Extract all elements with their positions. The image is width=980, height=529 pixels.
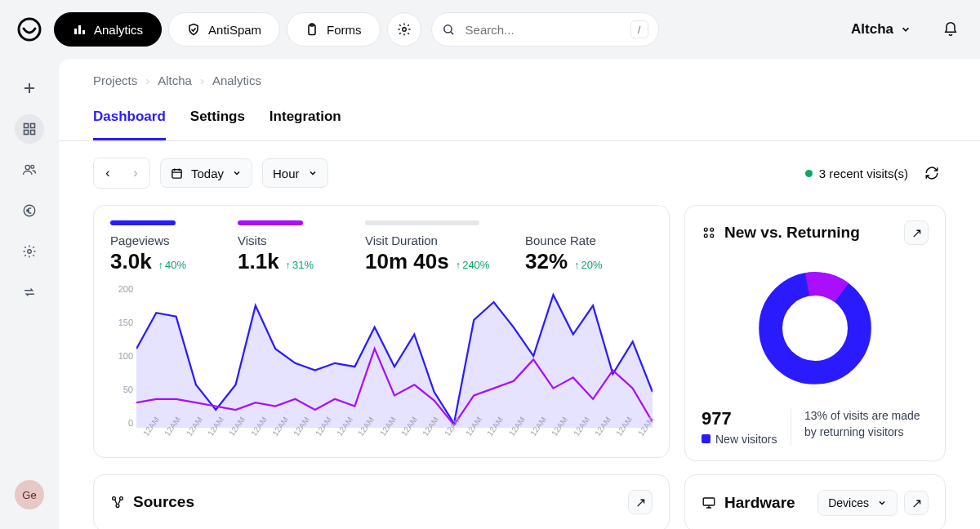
monitor-icon bbox=[702, 496, 716, 510]
arrow-up-icon: ↑ bbox=[158, 259, 164, 271]
chevron-left-icon: ‹ bbox=[105, 166, 109, 180]
metric-label: Pageviews bbox=[110, 233, 208, 247]
legend-dot-new bbox=[702, 434, 710, 443]
select-value: Hour bbox=[273, 167, 300, 180]
tab-integration[interactable]: Integration bbox=[270, 97, 341, 140]
svg-rect-2 bbox=[78, 25, 81, 34]
search-shortcut: / bbox=[630, 20, 648, 38]
swatch-bounce bbox=[525, 220, 590, 225]
workspace-selector[interactable]: Altcha bbox=[851, 21, 911, 38]
gear-icon bbox=[22, 244, 37, 259]
search-input[interactable] bbox=[464, 22, 622, 38]
svg-point-25 bbox=[116, 505, 119, 508]
nav-forms[interactable]: Forms bbox=[287, 12, 381, 47]
tab-settings[interactable]: Settings bbox=[190, 97, 245, 140]
metric-label: Visit Duration bbox=[365, 233, 496, 247]
search-box[interactable]: / bbox=[431, 12, 659, 47]
calendar-icon bbox=[171, 167, 183, 180]
svg-point-6 bbox=[402, 28, 406, 32]
expand-icon: ↗ bbox=[635, 495, 646, 510]
next-range-button: › bbox=[122, 158, 149, 188]
nav-label: Analytics bbox=[94, 23, 143, 37]
chevron-down-icon bbox=[877, 498, 887, 508]
nav-analytics[interactable]: Analytics bbox=[54, 12, 162, 47]
chevron-right-icon: › bbox=[133, 166, 137, 180]
nav-antispam[interactable]: AntiSpam bbox=[168, 12, 280, 47]
svg-point-13 bbox=[31, 165, 34, 168]
svg-point-15 bbox=[28, 250, 32, 254]
svg-point-20 bbox=[710, 234, 714, 238]
breadcrumb-item[interactable]: Analytics bbox=[212, 73, 261, 87]
rail-new[interactable] bbox=[15, 73, 44, 103]
expand-button[interactable]: ↗ bbox=[628, 490, 653, 514]
expand-icon: ↗ bbox=[911, 225, 922, 241]
metric-label: Visits bbox=[238, 233, 336, 247]
refresh-button[interactable] bbox=[918, 159, 946, 187]
refresh-icon bbox=[924, 166, 939, 180]
swatch-visits bbox=[238, 220, 303, 225]
metrics-card: Pageviews 3.0k ↑40% Visits 1.1k ↑31% Vis… bbox=[93, 205, 670, 458]
metric-value: 32% bbox=[525, 249, 568, 274]
rail-billing[interactable] bbox=[15, 196, 44, 225]
svg-rect-26 bbox=[703, 498, 715, 505]
breadcrumb-item[interactable]: Projects bbox=[93, 73, 137, 87]
card-title: New vs. Returning bbox=[724, 224, 860, 242]
svg-point-12 bbox=[25, 165, 29, 169]
swatch-duration bbox=[365, 220, 479, 225]
brand-logo[interactable] bbox=[15, 15, 44, 44]
rail-dashboard[interactable] bbox=[15, 114, 44, 144]
workspace-name: Altcha bbox=[851, 21, 893, 38]
new-vs-returning-card: New vs. Returning ↗ 977 New visitors 13%… bbox=[684, 205, 946, 461]
arrow-up-icon: ↑ bbox=[574, 259, 580, 271]
svg-rect-11 bbox=[31, 131, 35, 135]
plus-icon bbox=[23, 82, 36, 95]
breadcrumb-item[interactable]: Altcha bbox=[158, 73, 192, 87]
metric-label: Bounce Rate bbox=[525, 233, 623, 247]
metric-delta: ↑31% bbox=[286, 259, 314, 271]
bell-icon bbox=[942, 21, 959, 38]
nav-label: Forms bbox=[327, 23, 362, 37]
notifications-button[interactable] bbox=[936, 15, 965, 44]
rail-transfer[interactable] bbox=[15, 278, 44, 307]
metric-delta: ↑40% bbox=[158, 259, 187, 271]
shield-icon bbox=[187, 23, 200, 36]
new-visitors-count: 977 bbox=[702, 408, 777, 429]
prev-range-button[interactable]: ‹ bbox=[94, 158, 122, 188]
chevron-right-icon: › bbox=[200, 73, 204, 87]
hardware-filter-select[interactable]: Devices bbox=[817, 490, 898, 516]
card-title: Sources bbox=[133, 493, 194, 511]
nav-settings-button[interactable] bbox=[387, 12, 421, 47]
metric-delta: ↑240% bbox=[456, 259, 490, 271]
svg-point-19 bbox=[704, 234, 707, 238]
expand-button[interactable]: ↗ bbox=[904, 491, 929, 515]
expand-icon: ↗ bbox=[911, 496, 922, 511]
sources-card: Sources ↗ bbox=[93, 474, 670, 529]
live-visits-indicator[interactable]: 3 recent visits(s) bbox=[805, 167, 908, 180]
sources-icon bbox=[110, 495, 125, 509]
svg-point-24 bbox=[120, 497, 123, 500]
search-icon bbox=[442, 23, 456, 37]
swatch-pageviews bbox=[110, 220, 176, 225]
svg-rect-9 bbox=[31, 124, 35, 128]
rail-settings[interactable] bbox=[15, 237, 44, 266]
metric-value: 10m 40s bbox=[365, 249, 449, 274]
metric-value: 1.1k bbox=[238, 249, 279, 274]
user-avatar[interactable]: Ge bbox=[15, 480, 44, 509]
svg-point-7 bbox=[443, 24, 451, 32]
interval-select[interactable]: Hour bbox=[262, 158, 328, 188]
svg-rect-1 bbox=[74, 29, 77, 34]
svg-rect-3 bbox=[82, 30, 85, 34]
expand-button[interactable]: ↗ bbox=[904, 220, 929, 245]
tab-dashboard[interactable]: Dashboard bbox=[93, 97, 166, 140]
live-visits-text: 3 recent visits(s) bbox=[819, 167, 908, 180]
date-range-select[interactable]: Today bbox=[160, 158, 252, 188]
metric-value: 3.0k bbox=[110, 249, 152, 274]
svg-point-21 bbox=[771, 284, 860, 373]
rail-people[interactable] bbox=[15, 155, 44, 184]
people-icon bbox=[702, 225, 716, 240]
arrow-up-icon: ↑ bbox=[456, 259, 461, 271]
swap-icon bbox=[22, 285, 37, 300]
donut-chart bbox=[750, 263, 880, 393]
svg-point-0 bbox=[19, 19, 40, 40]
chevron-down-icon bbox=[308, 168, 318, 178]
